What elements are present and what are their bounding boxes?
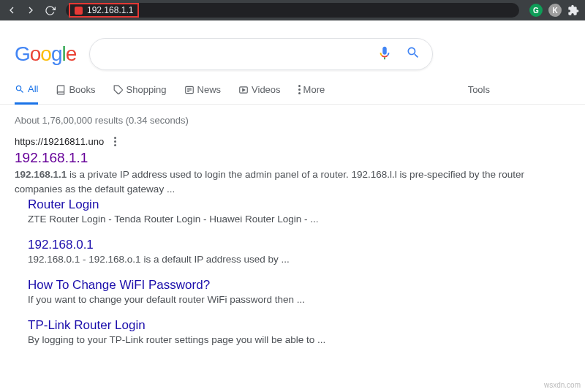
- voice-search-icon[interactable]: [377, 45, 393, 64]
- address-bar[interactable]: 192.168.1.1: [66, 3, 519, 18]
- tab-label: Shopping: [127, 84, 167, 95]
- news-icon: [184, 85, 195, 95]
- watermark: wsxdn.com: [544, 381, 581, 389]
- sitelink-snippet: If you want to change your default route…: [28, 294, 570, 305]
- back-icon[interactable]: [6, 4, 18, 16]
- search-header: Google: [0, 20, 585, 70]
- result-url[interactable]: https://19216811.uno: [15, 136, 104, 147]
- url-text: 192.168.1.1: [87, 5, 133, 15]
- sitelink-title[interactable]: 192.168.0.1: [28, 238, 570, 254]
- sitelink: Router Login ZTE Router Login - Tenda Ro…: [28, 197, 570, 238]
- tab-more[interactable]: More: [298, 84, 325, 103]
- tools-button[interactable]: Tools: [468, 84, 490, 103]
- tab-news[interactable]: News: [184, 84, 222, 103]
- extension-icons: G K: [529, 4, 579, 17]
- search-icon: [15, 84, 25, 94]
- book-icon: [56, 85, 66, 95]
- grammarly-icon[interactable]: G: [529, 4, 543, 17]
- result-stats: About 1,76,00,000 results (0.34 seconds): [0, 105, 585, 136]
- sitelink-snippet: By logging to your TP-Link router settin…: [28, 334, 570, 345]
- tab-label: Books: [69, 84, 95, 95]
- extensions-icon[interactable]: [567, 4, 579, 16]
- sitelink-snippet: 192.168.0.1 - 192.168.o.1 is a default I…: [28, 254, 570, 265]
- sitelink: TP-Link Router Login By logging to your …: [28, 318, 570, 358]
- tab-label: More: [303, 84, 325, 95]
- search-result: https://19216811.uno 192.168.1.1 192.168…: [0, 136, 585, 373]
- forward-icon[interactable]: [25, 4, 37, 16]
- not-secure-icon: [75, 7, 83, 15]
- tab-all[interactable]: All: [15, 83, 38, 105]
- reload-icon[interactable]: [44, 4, 56, 16]
- sitelink: 192.168.0.1 192.168.0.1 - 192.168.o.1 is…: [28, 238, 570, 278]
- search-icon[interactable]: [406, 45, 420, 63]
- search-tabs: All Books Shopping News Videos More Tool…: [0, 70, 585, 105]
- tab-label: All: [28, 83, 38, 94]
- tag-icon: [113, 85, 124, 95]
- sitelinks: Router Login ZTE Router Login - Tenda Ro…: [15, 197, 570, 358]
- tab-shopping[interactable]: Shopping: [113, 84, 167, 103]
- sitelink-title[interactable]: Router Login: [28, 197, 570, 214]
- tab-label: Videos: [252, 84, 281, 95]
- profile-icon[interactable]: K: [548, 4, 562, 17]
- browser-toolbar: 192.168.1.1 G K: [0, 0, 585, 20]
- result-title[interactable]: 192.168.1.1: [15, 147, 570, 167]
- sitelink: How To Change WiFI Password? If you want…: [28, 278, 570, 318]
- google-logo[interactable]: Google: [15, 42, 76, 66]
- result-menu-icon[interactable]: [114, 137, 116, 146]
- tools-label: Tools: [468, 84, 490, 95]
- sitelink-title[interactable]: TP-Link Router Login: [28, 318, 570, 334]
- tab-videos[interactable]: Videos: [238, 84, 281, 103]
- url-highlight: 192.168.1.1: [69, 3, 139, 18]
- sitelink-snippet: ZTE Router Login - Tenda Router Login - …: [28, 214, 570, 225]
- tab-books[interactable]: Books: [56, 84, 95, 103]
- video-icon: [238, 85, 249, 95]
- more-dots-icon: [298, 85, 301, 94]
- result-url-row: https://19216811.uno: [15, 136, 570, 147]
- search-input[interactable]: [89, 38, 433, 70]
- svg-marker-6: [243, 88, 245, 91]
- sitelink-title[interactable]: How To Change WiFI Password?: [28, 278, 570, 294]
- result-snippet: 192.168.1.1 is a private IP address used…: [15, 167, 570, 197]
- tab-label: News: [197, 84, 222, 95]
